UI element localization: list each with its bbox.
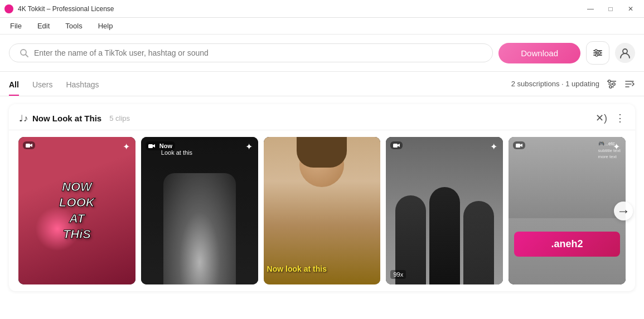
search-icon xyxy=(20,48,28,57)
section-header-right: ✕) ⋮ xyxy=(595,112,625,124)
svg-marker-23 xyxy=(398,144,400,147)
section-header: ♩♪ Now Look at This 5 clips ✕) ⋮ xyxy=(9,104,635,130)
close-button[interactable]: ✕ xyxy=(622,1,640,17)
cam-icon-5 xyxy=(513,141,525,149)
section-header-left: ♩♪ Now Look at This 5 clips xyxy=(19,113,130,124)
star-icon-1: ✦ xyxy=(123,141,130,152)
tabs-area: All Users Hashtags 2 subscriptions · 1 u… xyxy=(0,72,644,96)
section-title: Now Look at This xyxy=(32,114,101,123)
account-button[interactable] xyxy=(615,43,635,63)
svg-point-7 xyxy=(595,54,598,56)
next-arrow[interactable]: → xyxy=(614,202,633,220)
sort-icon[interactable] xyxy=(624,78,635,90)
cam-icon-1 xyxy=(23,141,35,149)
svg-rect-24 xyxy=(516,144,520,148)
menu-tools[interactable]: Tools xyxy=(62,19,85,32)
person3 xyxy=(463,201,494,284)
menu-help[interactable]: Help xyxy=(95,19,117,32)
svg-point-5 xyxy=(595,50,597,52)
search-box xyxy=(9,43,493,62)
title-bar-left: 4K Tokkit – Professional License xyxy=(4,4,114,13)
clip-card-5[interactable]: 🎮...etc subtitle text more text .aneh2 ✦ xyxy=(509,137,626,284)
svg-point-12 xyxy=(608,80,611,82)
download-button[interactable]: Download xyxy=(498,43,580,63)
more-icon-btn[interactable]: ⋮ xyxy=(615,112,625,124)
content-area: ♩♪ Now Look at This 5 clips ✕) ⋮ NOWLOOK… xyxy=(0,96,644,300)
tab-all[interactable]: All xyxy=(9,72,19,96)
music-icon: ♩♪ xyxy=(19,113,28,124)
clip-card-3[interactable]: Now look at this xyxy=(264,137,381,284)
subscriptions-text: 2 subscriptions · 1 updating xyxy=(511,80,599,88)
clip-card-2[interactable]: Now Look at this ✦ xyxy=(141,137,258,284)
clip4-counter: 99x xyxy=(390,270,406,279)
clip4-people xyxy=(386,173,503,284)
cam-icon-4 xyxy=(390,141,403,149)
svg-marker-21 xyxy=(153,144,155,148)
clip-card-1[interactable]: NOWLOOKATTHiS ✦ xyxy=(18,137,135,284)
tabs-right: 2 subscriptions · 1 updating xyxy=(511,78,635,90)
menu-bar: File Edit Tools Help xyxy=(0,18,644,35)
cancel-icon-btn[interactable]: ✕) xyxy=(595,112,607,124)
look-label: Look at this xyxy=(161,149,192,156)
star-icon-2: ✦ xyxy=(245,141,253,152)
clips-badge: 5 clips xyxy=(109,114,130,122)
filter-button[interactable] xyxy=(586,41,609,65)
svg-marker-19 xyxy=(30,144,32,147)
svg-marker-25 xyxy=(520,144,522,147)
search-filter-icon[interactable] xyxy=(606,78,617,90)
svg-point-8 xyxy=(623,49,627,53)
svg-rect-18 xyxy=(26,144,30,148)
clips-row: NOWLOOKATTHiS ✦ Now xyxy=(9,130,635,291)
maximize-button[interactable]: □ xyxy=(602,1,619,17)
clip2-overlay xyxy=(141,137,258,284)
svg-point-13 xyxy=(613,82,615,85)
svg-point-14 xyxy=(609,85,612,87)
account-icon xyxy=(619,47,631,59)
clip1-text: NOWLOOKATTHiS xyxy=(59,179,95,242)
section-card: ♩♪ Now Look at This 5 clips ✕) ⋮ NOWLOOK… xyxy=(9,104,635,291)
star-icon-4: ✦ xyxy=(490,141,497,152)
svg-point-6 xyxy=(598,52,601,54)
search-input[interactable] xyxy=(34,48,482,57)
clip5-banner: .aneh2 xyxy=(514,232,620,257)
tab-users[interactable]: Users xyxy=(32,72,53,96)
clip5-banner-text: .aneh2 xyxy=(520,238,614,250)
tabs-left: All Users Hashtags xyxy=(9,72,99,96)
svg-line-1 xyxy=(26,55,28,57)
svg-rect-22 xyxy=(393,144,398,148)
title-bar-controls: — □ ✕ xyxy=(582,1,640,17)
clip-card-4[interactable]: ✦ 99x xyxy=(386,137,503,284)
person2 xyxy=(429,187,460,284)
title-bar: 4K Tokkit – Professional License — □ ✕ xyxy=(0,0,644,18)
menu-edit[interactable]: Edit xyxy=(34,19,53,32)
search-area: Download xyxy=(0,35,644,72)
minimize-button[interactable]: — xyxy=(582,1,599,17)
filter-icon xyxy=(592,47,603,58)
star-icon-5: ✦ xyxy=(613,141,620,152)
menu-file[interactable]: File xyxy=(7,19,25,32)
now-label: Now xyxy=(159,143,172,149)
app-icon xyxy=(4,4,13,13)
clip3-text: Now look at this xyxy=(267,264,377,273)
svg-rect-20 xyxy=(148,144,153,148)
title-bar-text: 4K Tokkit – Professional License xyxy=(18,5,114,13)
clip3-hair xyxy=(297,137,347,168)
tab-hashtags[interactable]: Hashtags xyxy=(66,72,99,96)
